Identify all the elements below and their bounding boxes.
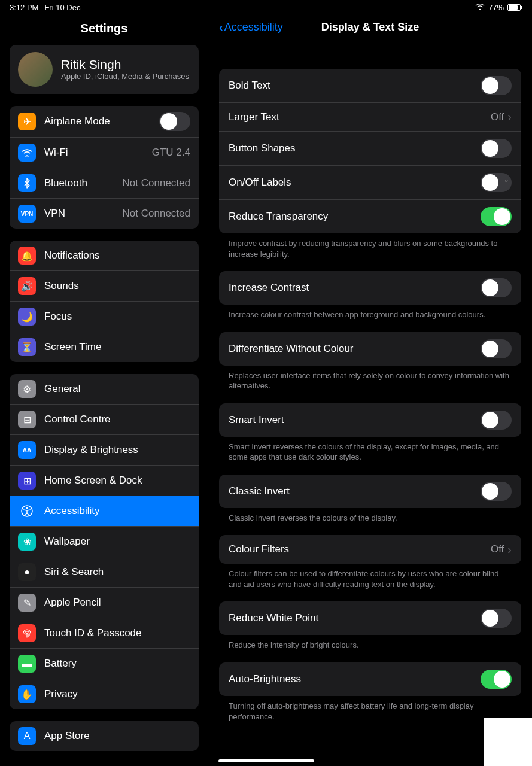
sidebar-item-notifications[interactable]: 🔔Notifications — [10, 241, 199, 270]
detail-row-reduce-transparency[interactable]: Reduce Transparency — [219, 199, 521, 233]
detail-group: Colour FiltersOff› — [219, 535, 521, 564]
sidebar-item-privacy[interactable]: ✋Privacy — [10, 679, 199, 709]
back-chevron-icon: ‹ — [219, 20, 223, 34]
toggle[interactable] — [481, 207, 512, 226]
toggle[interactable] — [481, 139, 512, 158]
home-indicator[interactable] — [218, 759, 314, 762]
sidebar-item-display-brightness[interactable]: AADisplay & Brightness — [10, 434, 199, 465]
sidebar-item-focus[interactable]: 🌙Focus — [10, 301, 199, 332]
toggle[interactable] — [481, 173, 512, 192]
sounds-icon: 🔊 — [18, 277, 36, 295]
detail-group: Differentiate Without Colour — [219, 332, 521, 366]
detail-row-auto-brightness[interactable]: Auto-Brightness — [219, 662, 521, 696]
section-footer: Colour filters can be used to differenti… — [219, 564, 521, 589]
status-bar: 3:12 PM Fri 10 Dec 77% — [0, 0, 532, 14]
apple-pencil-icon: ✎ — [18, 594, 36, 612]
detail-title: Display & Text Size — [321, 21, 419, 34]
sidebar-item-bluetooth[interactable]: BluetoothNot Connected — [10, 168, 199, 198]
profile-name: Ritik Singh — [61, 57, 189, 72]
sidebar-item-control-centre[interactable]: ⊟Control Centre — [10, 404, 199, 434]
detail-row-smart-invert[interactable]: Smart Invert — [219, 403, 521, 437]
sidebar-item-label: Privacy — [44, 688, 190, 700]
toggle[interactable] — [481, 411, 512, 430]
row-value: Not Connected — [123, 177, 190, 189]
section-footer: Smart Invert reverses the colours of the… — [219, 437, 521, 463]
detail-group: Smart Invert — [219, 403, 521, 437]
sidebar-item-screen-time[interactable]: ⏳Screen Time — [10, 332, 199, 362]
battery-icon — [507, 4, 522, 11]
sidebar-item-sounds[interactable]: 🔊Sounds — [10, 270, 199, 301]
sidebar-item-general[interactable]: ⚙General — [10, 374, 199, 404]
detail-row-value: Off› — [491, 110, 512, 124]
sidebar-item-label: Notifications — [44, 250, 190, 262]
general-icon: ⚙ — [18, 380, 36, 398]
sidebar-item-label: General — [44, 383, 190, 395]
detail-row-label: On/Off Labels — [229, 177, 291, 189]
sidebar-item-battery[interactable]: ▬Battery — [10, 648, 199, 679]
back-button[interactable]: ‹ Accessibility — [219, 20, 283, 34]
status-time: 3:12 PM — [10, 3, 38, 12]
detail-pane: ‹ Accessibility Display & Text Size Bold… — [208, 14, 532, 766]
toggle[interactable] — [481, 76, 512, 95]
connectivity-group: ✈Airplane ModeWi-FiGTU 2.4BluetoothNot C… — [10, 106, 199, 229]
detail-row-differentiate-without-colour[interactable]: Differentiate Without Colour — [219, 332, 521, 366]
sidebar-item-apple-pencil[interactable]: ✎Apple Pencil — [10, 587, 199, 618]
sidebar-item-label: Bluetooth — [44, 177, 114, 189]
detail-row-larger-text[interactable]: Larger TextOff› — [219, 102, 521, 131]
sidebar-item-label: Sounds — [44, 280, 190, 292]
sidebar-item-label: Focus — [44, 311, 190, 323]
sidebar-item-label: Home Screen & Dock — [44, 475, 190, 487]
sidebar-item-wallpaper[interactable]: ❀Wallpaper — [10, 526, 199, 557]
detail-row-value: Off› — [491, 543, 512, 557]
profile-row[interactable]: Ritik Singh Apple ID, iCloud, Media & Pu… — [10, 45, 199, 94]
airplane-mode-icon: ✈ — [18, 113, 36, 130]
display-brightness-icon: AA — [18, 441, 36, 459]
sidebar-item-siri-search[interactable]: ●Siri & Search — [10, 557, 199, 587]
detail-row-on-off-labels[interactable]: On/Off Labels — [219, 165, 521, 199]
sidebar-item-label: Battery — [44, 658, 190, 670]
toggle[interactable] — [481, 278, 512, 297]
status-date: Fri 10 Dec — [44, 3, 80, 12]
detail-row-bold-text[interactable]: Bold Text — [219, 69, 521, 102]
detail-row-label: Bold Text — [229, 80, 270, 92]
general-group: ⚙General⊟Control CentreAADisplay & Brigh… — [10, 374, 199, 709]
detail-row-classic-invert[interactable]: Classic Invert — [219, 475, 521, 508]
sidebar-item-home-screen-dock[interactable]: ⊞Home Screen & Dock — [10, 465, 199, 496]
privacy-icon: ✋ — [18, 685, 36, 703]
sidebar-item-app-store[interactable]: AApp Store — [10, 721, 199, 751]
toggle[interactable] — [159, 112, 190, 131]
sidebar-item-label: App Store — [44, 730, 190, 742]
battery-percent: 77% — [488, 3, 504, 12]
bluetooth-icon — [18, 174, 36, 192]
home-screen-dock-icon: ⊞ — [18, 472, 36, 490]
detail-row-label: Reduce White Point — [229, 612, 318, 624]
white-patch — [484, 718, 532, 766]
row-value: GTU 2.4 — [152, 147, 190, 159]
section-footer: Increase colour contrast between app for… — [219, 305, 521, 320]
sidebar-item-accessibility[interactable]: Accessibility — [10, 496, 199, 526]
focus-icon: 🌙 — [18, 308, 36, 326]
toggle[interactable] — [481, 609, 512, 628]
touch-id-passcode-icon — [18, 624, 36, 642]
wifi-status-icon — [475, 3, 485, 12]
detail-row-colour-filters[interactable]: Colour FiltersOff› — [219, 535, 521, 564]
toggle[interactable] — [481, 670, 512, 689]
toggle[interactable] — [481, 482, 512, 501]
sidebar-item-label: Control Centre — [44, 414, 190, 425]
sidebar-item-wi-fi[interactable]: Wi-FiGTU 2.4 — [10, 137, 199, 168]
screen-time-icon: ⏳ — [18, 338, 36, 356]
detail-row-reduce-white-point[interactable]: Reduce White Point — [219, 601, 521, 635]
chevron-right-icon: › — [507, 543, 512, 557]
sidebar-item-airplane-mode[interactable]: ✈Airplane Mode — [10, 106, 199, 137]
battery-icon: ▬ — [18, 655, 36, 673]
detail-row-label: Larger Text — [229, 111, 279, 123]
notifications-group: 🔔Notifications🔊Sounds🌙Focus⏳Screen Time — [10, 241, 199, 362]
detail-row-increase-contrast[interactable]: Increase Contrast — [219, 271, 521, 305]
sidebar-item-touch-id-passcode[interactable]: Touch ID & Passcode — [10, 618, 199, 648]
sidebar-item-vpn[interactable]: VPNVPNNot Connected — [10, 198, 199, 229]
toggle[interactable] — [481, 339, 512, 358]
chevron-right-icon: › — [507, 110, 512, 124]
appstore-group: AApp Store — [10, 721, 199, 751]
sidebar-item-label: Accessibility — [44, 505, 190, 517]
detail-row-button-shapes[interactable]: Button Shapes — [219, 131, 521, 165]
